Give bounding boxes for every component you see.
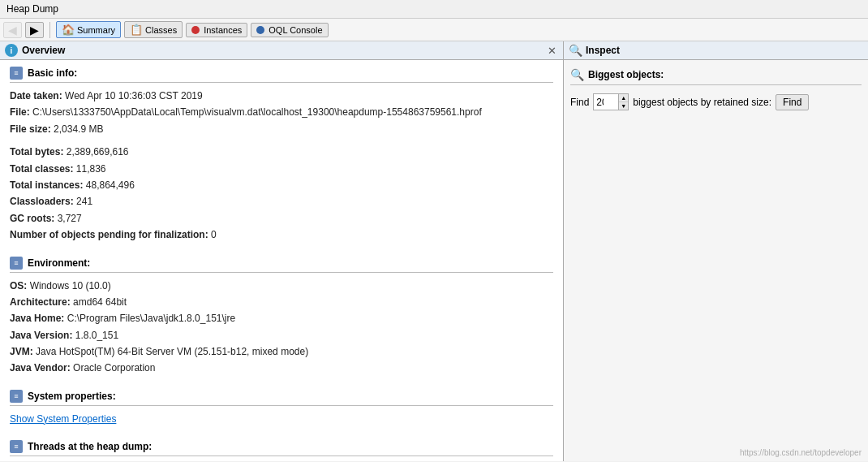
right-panel-title: Inspect: [586, 45, 620, 56]
total-bytes-row: Total bytes: 2,389,669,616: [10, 144, 553, 160]
inspect-magnify-icon: 🔍: [569, 44, 582, 57]
jvm-row: JVM: Java HotSpot(TM) 64-Bit Server VM (…: [10, 343, 553, 360]
spinner-buttons: ▲ ▼: [618, 94, 628, 110]
total-classes-value: 11,836: [76, 163, 106, 175]
java-vendor-label: Java Vendor:: [10, 362, 71, 373]
left-panel-title: Overview: [22, 45, 65, 56]
environment-title: Environment:: [28, 257, 90, 269]
size-row: File size: 2,034.9 MB: [10, 121, 553, 137]
summary-tab-button[interactable]: 🏠 Summary: [56, 21, 121, 38]
right-panel-header: 🔍 Inspect: [564, 41, 868, 60]
spinner-down-button[interactable]: ▼: [619, 102, 628, 110]
left-panel-content: ≡ Basic info: Date taken: Wed Apr 10 10:…: [0, 60, 563, 461]
arch-row: Architecture: amd64 64bit: [10, 294, 553, 310]
classes-tab-button[interactable]: 📋 Classes: [124, 21, 183, 38]
file-value: C:\Users\1333750\AppData\Local\Temp\visu…: [32, 106, 482, 118]
total-instances-label: Total instances:: [10, 179, 83, 191]
instances-icon: [191, 26, 200, 34]
date-label: Date taken:: [10, 90, 62, 101]
classloaders-value: 241: [76, 196, 92, 207]
oql-console-label: OQL Console: [269, 25, 322, 35]
classes-icon: 📋: [130, 24, 143, 36]
java-home-label: Java Home:: [10, 313, 64, 324]
total-classes-label: Total classes:: [10, 163, 73, 175]
system-properties-title: System properties:: [28, 391, 116, 402]
total-instances-row: Total instances: 48,864,496: [10, 177, 553, 193]
java-home-row: Java Home: C:\Program Files\Java\jdk1.8.…: [10, 310, 553, 326]
java-version-row: Java Version: 1.8.0_151: [10, 327, 553, 343]
title-bar: Heap Dump: [0, 0, 868, 19]
system-properties-link-row: Show System Properties: [10, 411, 553, 427]
overview-info-icon: i: [5, 44, 18, 57]
java-version-value: 1.8.0_151: [75, 330, 118, 341]
system-properties-icon: ≡: [10, 390, 23, 403]
java-vendor-row: Java Vendor: Oracle Corporation: [10, 360, 553, 376]
summary-icon: 🏠: [62, 24, 75, 36]
summary-label: Summary: [77, 25, 115, 35]
show-system-properties-link[interactable]: Show System Properties: [10, 413, 116, 425]
find-row: Find ▲ ▼ biggest objects by retained siz…: [570, 93, 862, 110]
oql-console-tab-button[interactable]: OQL Console: [251, 23, 328, 37]
find-description: biggest objects by retained size:: [633, 97, 771, 108]
gc-roots-row: GC roots: 3,727: [10, 210, 553, 227]
instances-label: Instances: [204, 25, 242, 35]
java-vendor-value: Oracle Corporation: [73, 362, 155, 373]
basic-info-icon: ≡: [10, 67, 23, 80]
find-number-input[interactable]: [594, 96, 618, 109]
pending-row: Number of objects pending for finalizati…: [10, 227, 553, 243]
biggest-objects-header: 🔍 Biggest objects:: [570, 68, 862, 85]
classloaders-row: Classloaders: 241: [10, 193, 553, 209]
environment-header: ≡ Environment:: [10, 257, 553, 273]
file-row: File: C:\Users\1333750\AppData\Local\Tem…: [10, 104, 553, 120]
size-label: File size:: [10, 123, 51, 135]
toolbar-separator-1: [49, 22, 50, 38]
system-properties-section: ≡ System properties: Show System Propert…: [10, 390, 553, 427]
find-label: Find: [570, 97, 589, 108]
environment-icon: ≡: [10, 257, 23, 270]
watermark: https://blog.csdn.net/topdeveloper: [740, 448, 862, 457]
gc-roots-value: 3,727: [58, 213, 82, 224]
spinner-up-button[interactable]: ▲: [619, 94, 628, 102]
left-panel-close-button[interactable]: ✕: [546, 45, 558, 56]
threads-section: ≡ Threads at the heap dump: Show Threads: [10, 440, 553, 461]
right-panel: 🔍 Inspect 🔍 Biggest objects: Find ▲ ▼ bi…: [564, 41, 868, 461]
biggest-objects-icon: 🔍: [570, 68, 583, 81]
back-button[interactable]: ◀: [3, 22, 22, 38]
jvm-value: Java HotSpot(TM) 64-Bit Server VM (25.15…: [36, 346, 308, 357]
panel-header-left: i Overview: [5, 44, 65, 57]
threads-icon: ≡: [10, 440, 23, 453]
find-button[interactable]: Find: [776, 94, 809, 110]
size-value: 2,034.9 MB: [54, 123, 103, 135]
os-label: OS:: [10, 280, 27, 291]
system-properties-header: ≡ System properties:: [10, 390, 553, 406]
right-panel-content: 🔍 Biggest objects: Find ▲ ▼ biggest obje…: [564, 60, 868, 119]
threads-header: ≡ Threads at the heap dump:: [10, 440, 553, 456]
basic-info-section: ≡ Basic info: Date taken: Wed Apr 10 10:…: [10, 67, 553, 244]
environment-section: ≡ Environment: OS: Windows 10 (10.0) Arc…: [10, 257, 553, 377]
instances-tab-button[interactable]: Instances: [186, 23, 247, 37]
forward-icon: ▶: [30, 24, 39, 37]
threads-title: Threads at the heap dump:: [28, 441, 152, 452]
find-number-wrapper: ▲ ▼: [593, 93, 629, 110]
left-panel-header: i Overview ✕: [0, 41, 563, 60]
total-bytes-label: Total bytes:: [10, 146, 63, 158]
pending-value: 0: [211, 229, 217, 240]
total-bytes-value: 2,389,669,616: [67, 146, 129, 158]
oql-icon: [256, 26, 264, 34]
back-icon: ◀: [8, 24, 17, 37]
toolbar: ◀ ▶ 🏠 Summary 📋 Classes Instances OQL Co…: [0, 19, 868, 41]
java-home-value: C:\Program Files\Java\jdk1.8.0_151\jre: [67, 313, 235, 324]
date-value: Wed Apr 10 10:36:03 CST 2019: [65, 90, 203, 101]
classloaders-label: Classloaders:: [10, 196, 74, 207]
file-label: File:: [10, 106, 30, 118]
date-row: Date taken: Wed Apr 10 10:36:03 CST 2019: [10, 88, 553, 104]
total-instances-value: 48,864,496: [86, 179, 135, 191]
forward-button[interactable]: ▶: [25, 22, 44, 38]
basic-info-title: Basic info:: [28, 67, 77, 79]
total-classes-row: Total classes: 11,836: [10, 161, 553, 177]
biggest-objects-title: Biggest objects:: [588, 69, 664, 80]
classes-label: Classes: [145, 25, 177, 35]
pending-label: Number of objects pending for finalizati…: [10, 229, 208, 240]
gc-roots-label: GC roots:: [10, 213, 54, 224]
arch-label: Architecture:: [10, 296, 71, 308]
